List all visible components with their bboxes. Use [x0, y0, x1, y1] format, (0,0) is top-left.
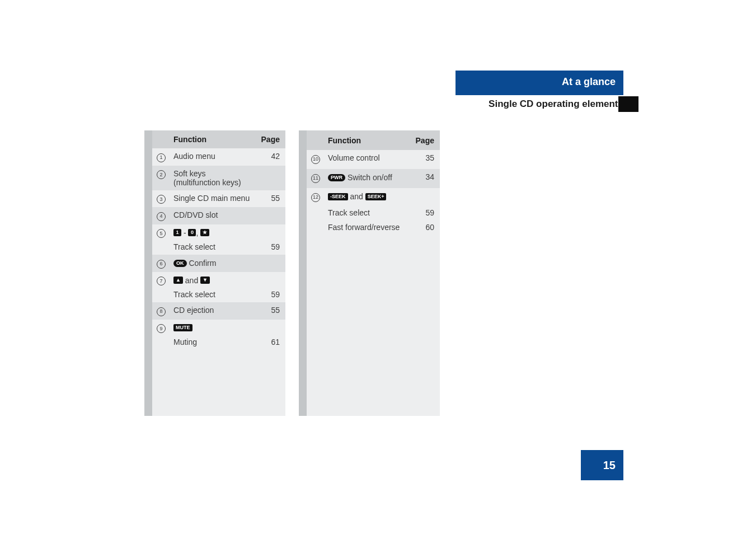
- row-number-icon: 2: [157, 170, 166, 179]
- page-cell: [256, 207, 285, 224]
- function-text: CD/DVD slot: [173, 210, 218, 219]
- function-text: Soft keys(multifunction keys): [173, 169, 241, 187]
- row-number-cell: [152, 289, 169, 302]
- row-number-cell: [307, 207, 323, 222]
- table-row: 11PWR Switch on/off34: [299, 169, 440, 188]
- keycap-mute-icon: MUTE: [173, 324, 192, 331]
- strip-col: [144, 302, 152, 320]
- page-number-badge: 15: [581, 450, 623, 480]
- table-row: Track select59: [144, 241, 285, 255]
- row-number-icon: 4: [157, 212, 166, 221]
- strip-col: [144, 336, 152, 350]
- function-text: Track select: [328, 208, 370, 217]
- table-row: 4CD/DVD slot: [144, 207, 285, 224]
- function-cell: PWR Switch on/off: [323, 169, 409, 188]
- comma-text: ,: [196, 228, 200, 237]
- row-number-cell: [152, 241, 169, 255]
- category-header: At a glance: [456, 71, 623, 95]
- function-cell: MUTE: [169, 320, 256, 337]
- and-text: and: [183, 276, 200, 285]
- function-cell: OK Confirm: [169, 255, 256, 272]
- strip-col: [144, 207, 152, 224]
- function-cell: 1 - 0,: [169, 224, 256, 242]
- function-text: Fast forward/reverse: [328, 223, 400, 232]
- function-cell: and: [169, 272, 256, 289]
- strip-col: [299, 150, 307, 169]
- page-cell: 55: [256, 302, 285, 320]
- function-text: Audio menu: [173, 152, 215, 161]
- page-cell: [256, 272, 285, 289]
- function-text: Track select: [173, 290, 215, 299]
- keycap-star-icon: [200, 229, 209, 236]
- num-col-header: [307, 130, 323, 150]
- page-cell: 60: [409, 222, 440, 237]
- function-cell: Track select: [169, 241, 256, 255]
- table-filler-row: [144, 350, 285, 416]
- row-number-icon: 3: [157, 195, 166, 204]
- function-cell: Single CD main menu: [169, 190, 256, 208]
- strip-col: [144, 166, 152, 190]
- pwr-trail-text: Switch on/off: [345, 174, 392, 182]
- strip-col: [144, 130, 152, 148]
- filler-cell: [152, 350, 169, 416]
- row-number-cell: 3: [152, 190, 169, 208]
- row-number-icon: 7: [157, 277, 166, 285]
- table-row: Fast forward/reverse60: [299, 222, 440, 237]
- row-number-cell: 9: [152, 320, 169, 337]
- table-row: 6OK Confirm: [144, 255, 285, 272]
- keycap-0-icon: 0: [188, 229, 196, 236]
- table-row: 7 and: [144, 272, 285, 289]
- row-number-cell: 5: [152, 224, 169, 242]
- ok-trail-text: Confirm: [187, 259, 217, 268]
- row-number-cell: 11: [307, 169, 323, 188]
- keycap-up-icon: [173, 277, 183, 284]
- keycap-down-icon: [200, 277, 210, 284]
- row-number-cell: 8: [152, 302, 169, 320]
- section-title: Single CD operating elements: [489, 99, 623, 110]
- function-text: CD ejection: [173, 306, 214, 315]
- row-number-icon: 11: [311, 174, 320, 183]
- function-cell: Audio menu: [169, 148, 256, 166]
- strip-col: [299, 222, 307, 237]
- row-number-cell: 12: [307, 188, 323, 207]
- function-col-header: Function: [169, 130, 256, 148]
- table-row: Track select59: [299, 207, 440, 222]
- page-col-header: Page: [409, 130, 440, 150]
- page-cell: 59: [409, 207, 440, 222]
- row-number-icon: 5: [157, 229, 166, 238]
- page-cell: 55: [256, 190, 285, 208]
- function-cell: Volume control: [323, 150, 409, 169]
- keycap-pwr-icon: PWR: [328, 174, 345, 181]
- page-cell: [256, 320, 285, 337]
- function-text: Single CD main menu: [173, 194, 250, 203]
- strip-col: [144, 190, 152, 208]
- row-number-cell: 7: [152, 272, 169, 289]
- strip-col: [299, 130, 307, 150]
- num-col-header: [152, 130, 169, 148]
- page-cell: [256, 224, 285, 242]
- strip-col: [144, 350, 152, 416]
- function-col-header: Function: [323, 130, 409, 150]
- row-number-icon: 8: [157, 307, 166, 316]
- page-cell: [409, 188, 440, 207]
- page-cell: 42: [256, 148, 285, 166]
- table-row: 8CD ejection55: [144, 302, 285, 320]
- table-row: 2Soft keys(multifunction keys): [144, 166, 285, 190]
- function-cell: CD ejection: [169, 302, 256, 320]
- function-cell: Soft keys(multifunction keys): [169, 166, 256, 190]
- page-col-header: Page: [256, 130, 285, 148]
- row-number-icon: 6: [157, 260, 166, 269]
- function-table-right: FunctionPage10Volume control3511PWR Swit…: [299, 130, 440, 416]
- function-cell: Track select: [323, 207, 409, 222]
- strip-col: [299, 207, 307, 222]
- function-cell: -SEEK and SEEK+: [323, 188, 409, 207]
- function-text: Muting: [173, 338, 197, 346]
- strip-col: [299, 188, 307, 207]
- table-row: 51 - 0,: [144, 224, 285, 242]
- table-header-row: FunctionPage: [144, 130, 285, 148]
- table-header-row: FunctionPage: [299, 130, 440, 150]
- row-number-cell: 1: [152, 148, 169, 166]
- table-row: 10Volume control35: [299, 150, 440, 169]
- strip-col: [144, 241, 152, 255]
- keycap-1-icon: 1: [173, 229, 181, 236]
